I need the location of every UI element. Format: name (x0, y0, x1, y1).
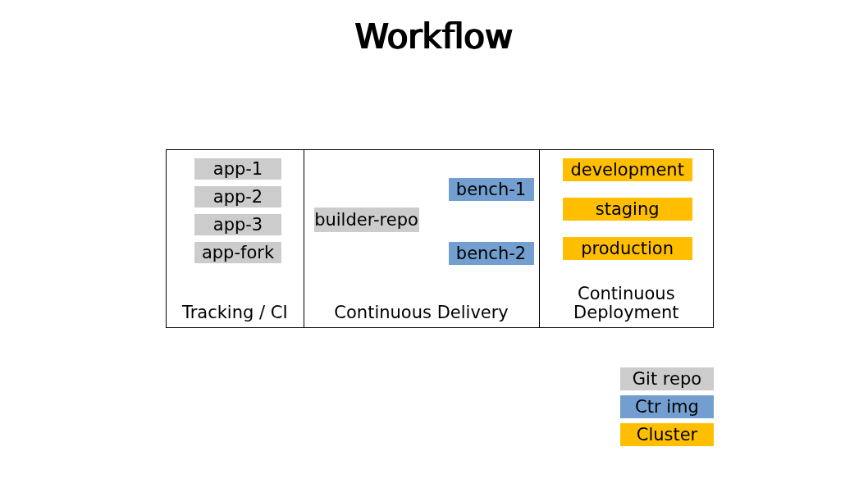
legend: Git repo Ctr img Cluster (620, 367, 714, 446)
legend-ctr-img: Ctr img (620, 395, 714, 418)
workflow-grid: app-1 app-2 app-3 app-fork Tracking / CI… (166, 149, 714, 328)
column-tracking-ci: app-1 app-2 app-3 app-fork Tracking / CI (167, 150, 304, 327)
column-label-deployment-line1: Continuous (578, 284, 675, 303)
repo-app-2: app-2 (194, 186, 281, 208)
cluster-development: development (563, 158, 692, 181)
cluster-staging: staging (563, 198, 692, 221)
cluster-production: production (563, 237, 692, 260)
legend-cluster: Cluster (620, 423, 714, 446)
legend-git-repo: Git repo (620, 367, 714, 390)
column-continuous-delivery: builder-repo bench-1 bench-2 Continuous … (304, 150, 540, 327)
repo-app-1: app-1 (194, 158, 281, 180)
column-label-delivery: Continuous Delivery (304, 303, 539, 322)
repo-app-3: app-3 (194, 214, 281, 235)
column-label-deployment: Continuous Deployment (540, 285, 713, 322)
builder-repo: builder-repo (314, 208, 419, 232)
image-bench-1: bench-1 (449, 178, 534, 201)
repo-app-fork: app-fork (194, 242, 281, 263)
column-continuous-deployment: development staging production Continuou… (540, 150, 713, 327)
slide-title: Workflow (0, 16, 868, 57)
column-label-tracking: Tracking / CI (167, 303, 304, 322)
image-bench-2: bench-2 (449, 242, 534, 265)
column-label-deployment-line2: Deployment (573, 303, 678, 322)
